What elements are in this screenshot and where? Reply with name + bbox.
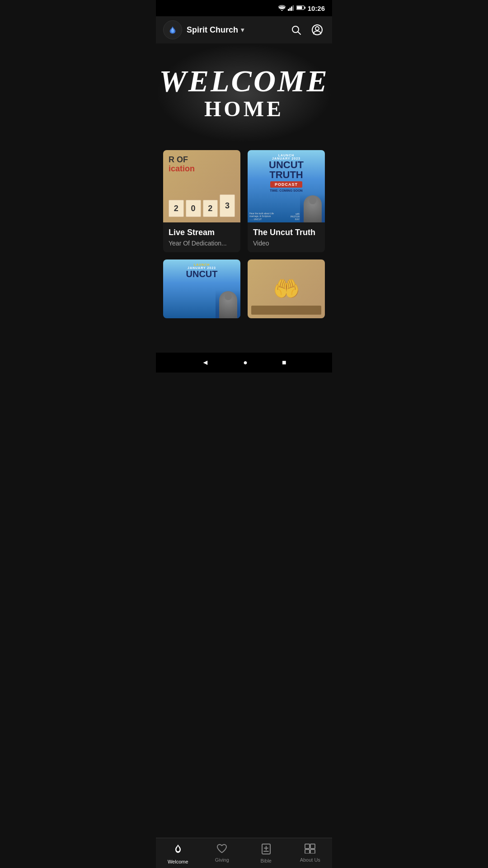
hand-emoji: 🤲 [273, 276, 300, 302]
svg-rect-6 [304, 6, 305, 8]
block-3: 3 [220, 194, 235, 217]
church-name-label: Spirit Church [187, 25, 238, 35]
android-navigation: ◄ ● ■ [156, 353, 332, 373]
person-silhouette [300, 182, 325, 222]
status-icons: 10:26 [278, 5, 325, 12]
welcome-title: Welcome [159, 66, 329, 96]
main-cards-grid: R OF ication 2 0 2 3 Live Stream Year Of… [163, 150, 325, 252]
welcome-banner: Welcome Home [156, 43, 332, 143]
uncut-partial-thumbnail: LAUNCH JANUARY 2023 UNCUT [163, 259, 240, 318]
android-recents-button[interactable]: ■ [278, 355, 290, 370]
dedication-partial-thumbnail: 🤲 [248, 259, 325, 318]
svg-line-10 [298, 32, 301, 35]
livestream-card-info: Live Stream Year Of Dedication... [163, 222, 240, 252]
thumb-top-line1: R OF [169, 156, 235, 165]
signal-icon [288, 5, 294, 12]
chevron-down-icon: ▾ [241, 26, 244, 33]
description-text: Hear the truth about Lifemarriage, & Scr… [249, 212, 274, 221]
launch-label-2: LAUNCH [194, 263, 210, 266]
profile-button[interactable] [310, 22, 325, 38]
thumb-top-line2: ication [169, 165, 235, 174]
podcast-badge: PODCAST [270, 181, 302, 188]
svg-point-12 [315, 27, 319, 30]
livestream-thumbnail: R OF ication 2 0 2 3 [163, 150, 240, 222]
battery-icon [296, 5, 305, 12]
status-bar: 10:26 [156, 0, 332, 16]
person-silhouette-2 [216, 278, 240, 318]
svg-rect-3 [291, 6, 292, 11]
svg-point-0 [281, 9, 282, 10]
header: Spirit Church ▾ [156, 16, 332, 43]
header-icons [289, 22, 325, 38]
android-home-button[interactable]: ● [239, 355, 251, 370]
svg-rect-2 [289, 8, 291, 11]
search-button[interactable] [289, 23, 303, 37]
svg-rect-1 [288, 9, 289, 10]
uncut-truth-card[interactable]: LAUNCH JANUARY 2023 UNCUT TRUTH PODCAST … [248, 150, 325, 252]
svg-rect-4 [292, 5, 294, 11]
church-logo [163, 20, 182, 39]
bottom-cards-grid: LAUNCH JANUARY 2023 UNCUT 🤲 [163, 259, 325, 318]
dedication-thumb-content: 🤲 [248, 259, 325, 318]
live-stream-card[interactable]: R OF ication 2 0 2 3 Live Stream Year Of… [163, 150, 240, 252]
uncut-card-subtitle: Video [253, 240, 319, 247]
soil-bar [251, 306, 321, 315]
uncut-truth-card-2[interactable]: LAUNCH JANUARY 2023 UNCUT [163, 259, 240, 318]
status-time: 10:26 [308, 5, 325, 12]
uncut-thumbnail: LAUNCH JANUARY 2023 UNCUT TRUTH PODCAST … [248, 150, 325, 222]
church-name-dropdown[interactable]: Spirit Church ▾ [187, 25, 284, 35]
launch-label: LAUNCH [278, 154, 295, 157]
uncut-card-info: The Uncut Truth Video [248, 222, 325, 252]
uncut-label-2: UNCUT [186, 269, 218, 278]
person-figure-2 [219, 291, 237, 318]
android-back-button[interactable]: ◄ [198, 355, 212, 370]
dedication-card-2[interactable]: 🤲 [248, 259, 325, 318]
block-0: 0 [186, 200, 201, 217]
block-2: 2 [169, 200, 184, 217]
uncut-label: UNCUT [269, 160, 304, 170]
person-head-2 [225, 293, 232, 300]
author-text: withPASTORRAY [291, 212, 300, 221]
time-label: TIME: COMING SOON [270, 189, 302, 192]
content-area: R OF ication 2 0 2 3 Live Stream Year Of… [156, 143, 332, 326]
year-blocks: 2 0 2 3 [169, 194, 235, 217]
svg-rect-7 [297, 6, 302, 9]
person-figure [304, 195, 322, 222]
welcome-subtitle: Home [204, 96, 284, 121]
livestream-card-title: Live Stream [169, 228, 235, 238]
livestream-card-subtitle: Year Of Dedication... [169, 240, 235, 247]
uncut-card-title: The Uncut Truth [253, 228, 319, 238]
block-2b: 2 [203, 200, 218, 217]
truth-label: TRUTH [269, 170, 303, 180]
wifi-icon [278, 5, 286, 12]
person-head [309, 197, 316, 204]
